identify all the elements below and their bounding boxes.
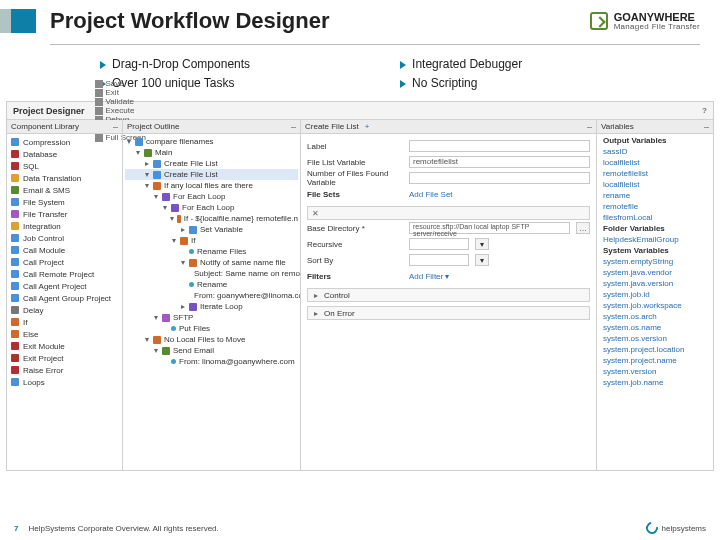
library-item[interactable]: Call Agent Group Project: [7, 292, 122, 304]
outline-node[interactable]: ▾If: [125, 235, 298, 246]
var-item[interactable]: remotefile: [599, 202, 711, 213]
var-group-header[interactable]: Output Variables: [599, 136, 711, 147]
var-item[interactable]: system.java.version: [599, 279, 711, 290]
var-item[interactable]: localfilelist: [599, 180, 711, 191]
nf-input[interactable]: [409, 172, 590, 184]
minimize-icon[interactable]: –: [587, 122, 592, 132]
outline-node[interactable]: ▾Notify of same name file: [125, 257, 298, 268]
label-input[interactable]: [409, 140, 590, 152]
outline-node[interactable]: ▾If - ${localfile.name} remotefile.n: [125, 213, 298, 224]
label-recursive: Recursive: [307, 240, 403, 249]
var-group-header[interactable]: System Variables: [599, 246, 711, 257]
library-item[interactable]: If: [7, 316, 122, 328]
library-item[interactable]: Delay: [7, 304, 122, 316]
var-item[interactable]: system.job.workspace: [599, 301, 711, 312]
outline-node[interactable]: ▾For Each Loop: [125, 191, 298, 202]
var-item[interactable]: system.project.location: [599, 345, 711, 356]
outline-node[interactable]: Rename: [125, 279, 298, 290]
toolbar-execute[interactable]: Execute: [95, 106, 146, 115]
library-item[interactable]: Job Control: [7, 232, 122, 244]
outline-node[interactable]: Subject: Same name on remote: [125, 268, 298, 279]
add-fileset-link[interactable]: Add File Set: [409, 190, 453, 199]
outline-node[interactable]: From: goanywhere@linoma.com: [125, 290, 298, 301]
add-filter-link[interactable]: Add Filter ▾: [409, 272, 449, 281]
library-item[interactable]: File System: [7, 196, 122, 208]
library-item[interactable]: Call Remote Project: [7, 268, 122, 280]
outline-node[interactable]: ▾Send Email: [125, 345, 298, 356]
var-item[interactable]: system.java.vendor: [599, 268, 711, 279]
var-item[interactable]: remotefilelist: [599, 169, 711, 180]
library-item[interactable]: Compression: [7, 136, 122, 148]
library-item[interactable]: Database: [7, 148, 122, 160]
label-flvar: File List Variable: [307, 158, 403, 167]
library-item[interactable]: Exit Project: [7, 352, 122, 364]
outline-node[interactable]: ▾SFTP: [125, 312, 298, 323]
var-item[interactable]: system.version: [599, 367, 711, 378]
page-title: Project Workflow Designer: [50, 8, 330, 34]
panel-outline-title: Project Outline: [127, 122, 179, 131]
var-item[interactable]: system.emptyString: [599, 257, 711, 268]
outline-node[interactable]: ▸Set Variable: [125, 224, 298, 235]
var-item[interactable]: filesfromLocal: [599, 213, 711, 224]
var-item[interactable]: system.project.name: [599, 356, 711, 367]
outline-node[interactable]: ▾compare filenames: [125, 136, 298, 147]
outline-node[interactable]: ▾If any local files are there: [125, 180, 298, 191]
recursive-input[interactable]: [409, 238, 469, 250]
toolbar-validate[interactable]: Validate: [95, 97, 146, 106]
library-item[interactable]: Call Module: [7, 244, 122, 256]
library-item[interactable]: Raise Error: [7, 364, 122, 376]
var-item[interactable]: sassID: [599, 147, 711, 158]
label-nf: Number of Files Found Variable: [307, 169, 403, 187]
outline-node[interactable]: ▸Create File List: [125, 158, 298, 169]
var-item[interactable]: system.os.version: [599, 334, 711, 345]
var-item[interactable]: system.os.name: [599, 323, 711, 334]
outline-node[interactable]: Put Files: [125, 323, 298, 334]
outline-node[interactable]: From: linoma@goanywhere.com: [125, 356, 298, 367]
library-item[interactable]: Email & SMS: [7, 184, 122, 196]
label-filesets: File Sets: [307, 190, 403, 199]
var-item[interactable]: HelpdeskEmailGroup: [599, 235, 711, 246]
outline-node[interactable]: Rename Files: [125, 246, 298, 257]
var-group-header[interactable]: Folder Variables: [599, 224, 711, 235]
library-item[interactable]: Exit Module: [7, 340, 122, 352]
add-button[interactable]: +: [365, 122, 370, 131]
control-section[interactable]: ▸Control: [307, 288, 590, 302]
brand-name: GOANYWHERE: [614, 11, 700, 23]
library-item[interactable]: Call Project: [7, 256, 122, 268]
outline-node[interactable]: ▾Main: [125, 147, 298, 158]
recursive-drop[interactable]: ▾: [475, 238, 489, 250]
label-filters: Filters: [307, 272, 403, 281]
app-title: Project Designer: [13, 106, 85, 116]
outline-node[interactable]: ▾For Each Loop: [125, 202, 298, 213]
library-item[interactable]: Else: [7, 328, 122, 340]
onerror-section[interactable]: ▸On Error: [307, 306, 590, 320]
outline-node[interactable]: ▾Create File List: [125, 169, 298, 180]
var-item[interactable]: system.job.name: [599, 378, 711, 389]
sortby-input[interactable]: [409, 254, 469, 266]
var-item[interactable]: localfilelist: [599, 158, 711, 169]
basedir-picker[interactable]: …: [576, 222, 590, 234]
minimize-icon[interactable]: –: [113, 122, 118, 132]
toolbar-exit[interactable]: Exit: [95, 88, 146, 97]
library-item[interactable]: Data Translation: [7, 172, 122, 184]
toolbar-save[interactable]: Save: [95, 79, 146, 88]
library-item[interactable]: Integration: [7, 220, 122, 232]
label-sortby: Sort By: [307, 256, 403, 265]
library-item[interactable]: SQL: [7, 160, 122, 172]
help-button[interactable]: ?: [702, 106, 707, 115]
library-item[interactable]: File Transfer: [7, 208, 122, 220]
sortby-drop[interactable]: ▾: [475, 254, 489, 266]
outline-node[interactable]: ▾No Local Files to Move: [125, 334, 298, 345]
library-item[interactable]: Loops: [7, 376, 122, 388]
var-item[interactable]: system.job.id: [599, 290, 711, 301]
flvar-input[interactable]: remotefilelist: [409, 156, 590, 168]
minimize-icon[interactable]: –: [291, 122, 296, 132]
var-item[interactable]: system.os.arch: [599, 312, 711, 323]
var-item[interactable]: rename: [599, 191, 711, 202]
app-titlebar: Project Designer SaveExitValidateExecute…: [7, 102, 713, 120]
panel-outline: Project Outline– ▾compare filenames▾Main…: [123, 120, 301, 470]
outline-node[interactable]: ▸Iterate Loop: [125, 301, 298, 312]
basedir-input[interactable]: resource.sftp://Dan local laptop SFTP se…: [409, 222, 570, 234]
minimize-icon[interactable]: –: [704, 122, 709, 132]
library-item[interactable]: Call Agent Project: [7, 280, 122, 292]
